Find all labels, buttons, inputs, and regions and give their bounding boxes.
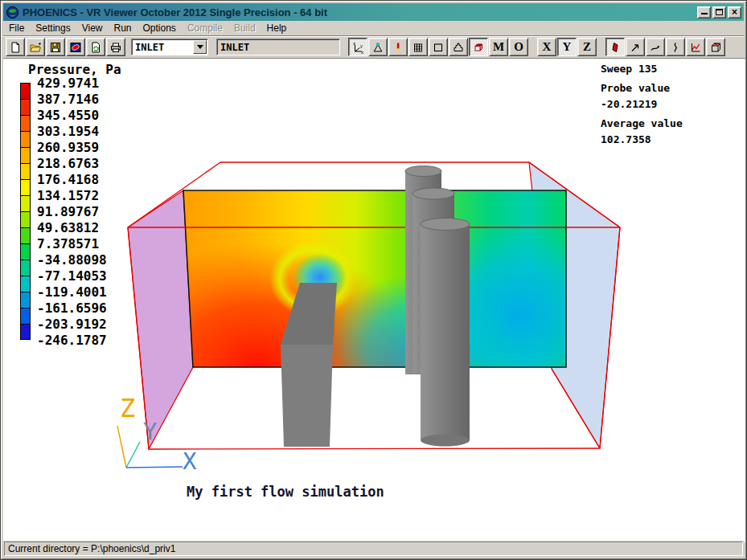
legend-value-3: 345.4550 [37, 108, 107, 124]
toolbar-button-view-along-x[interactable]: X [537, 38, 556, 56]
toolbar-button-new-file[interactable] [6, 38, 25, 56]
toolbar-button-print[interactable] [106, 38, 125, 56]
printer-icon [109, 41, 122, 54]
menu-compile: Compile [182, 22, 228, 35]
toolbar-button-graph[interactable] [686, 38, 705, 56]
sweep-counter: Sweep 135 [601, 61, 683, 77]
menu-options[interactable]: Options [137, 22, 182, 35]
cube-icon [709, 41, 722, 54]
legend-value-17: -246.1787 [37, 333, 107, 349]
toolbar-button-iso-surface[interactable] [666, 38, 685, 56]
toolbar-label-view-along-y: Y [563, 41, 572, 53]
svg-text:y: y [360, 43, 363, 48]
arrow-icon [629, 41, 642, 54]
colorbar-block-2 [20, 99, 31, 115]
statusbar: Current directory = P:\phoenics\d_priv1 [3, 541, 744, 557]
menubar: FileSettingsViewRunOptionsCompileBuildHe… [3, 22, 744, 35]
maximize-button[interactable] [712, 6, 726, 18]
grid-icon [412, 41, 425, 54]
toolbar-button-mouse-mode[interactable]: M [489, 38, 508, 56]
red-disc-icon [69, 41, 82, 54]
colorbar-block-7 [20, 179, 31, 195]
legend-value-10: 49.63812 [37, 220, 107, 236]
toolbar-button-wireframe-toggle[interactable] [429, 38, 448, 56]
slice-icon [609, 41, 622, 54]
legend-value-15: -161.6596 [37, 300, 107, 317]
minimize-icon [701, 9, 708, 14]
toolbar-button-save-file[interactable] [46, 38, 65, 56]
menu-view[interactable]: View [76, 22, 109, 35]
toolbar-button-open-file[interactable] [26, 38, 45, 56]
toolbar-button-axes-toggle[interactable]: zyx [348, 38, 367, 56]
legend-value-16: -203.9192 [37, 317, 107, 333]
close-button[interactable]: × [728, 6, 741, 18]
window-controls: × [697, 6, 741, 18]
left-inlet-wall[interactable] [128, 190, 193, 449]
axis-label-z: Z [120, 393, 135, 423]
graph-icon [689, 41, 702, 54]
colorbar-block-16 [20, 324, 31, 340]
iso-icon [669, 41, 682, 54]
toolbar-label-view-along-x: X [543, 41, 552, 53]
average-value: 102.7358 [601, 132, 683, 148]
view-button-groups: zyxMOXYZ [340, 38, 726, 56]
menu-run[interactable]: Run [109, 22, 137, 35]
object-selector-value: INLET [132, 42, 193, 53]
average-value-label: Average value [601, 116, 683, 132]
cone-icon [371, 41, 384, 54]
legend-value-4: 303.1954 [37, 124, 107, 140]
streamline-icon [649, 41, 662, 54]
toolbar-button-view-along-z[interactable]: Z [577, 38, 597, 56]
colorbar-block-12 [20, 260, 31, 276]
toolbar-button-streamlines[interactable] [646, 38, 665, 56]
toolbar-button-blockage-toggle[interactable] [449, 38, 468, 56]
legend-value-7: 176.4168 [37, 172, 107, 188]
toolbar-label-mouse-mode: M [493, 41, 504, 53]
phoenics-globe-icon [6, 6, 19, 19]
combo-dropdown-button[interactable] [193, 40, 207, 54]
toolbar-button-view-along-y[interactable]: Y [557, 38, 577, 56]
chevron-down-icon [197, 45, 203, 49]
colorbar-block-10 [20, 227, 31, 243]
menu-settings[interactable]: Settings [30, 22, 76, 35]
red-box-icon [472, 41, 485, 54]
colorbar-block-6 [20, 163, 31, 179]
viewport-canvas[interactable]: Z Y X Pressure, Pa 429.9741387.7146345.4… [3, 58, 745, 542]
toolbar-button-contour-slice[interactable] [605, 38, 625, 56]
toolbar-group-3 [605, 38, 726, 56]
legend-value-2: 387.7146 [37, 92, 107, 108]
minimize-button[interactable] [697, 6, 711, 18]
save-floppy-icon [49, 41, 62, 54]
toolbar-button-reload[interactable] [86, 38, 105, 56]
toolbar-button-object-view[interactable] [469, 38, 488, 56]
toolbar-button-probe-position[interactable] [388, 38, 408, 56]
axis-label-y: Y [143, 418, 157, 445]
titlebar[interactable]: PHOENICS - VR Viewer October 2012 Single… [3, 3, 744, 21]
legend-value-11: 7.378571 [37, 236, 107, 252]
colorbar-block-1 [20, 83, 31, 99]
toolbar-button-results-viewer[interactable] [66, 38, 85, 56]
toolbar-button-vectors[interactable] [626, 38, 645, 56]
cylinder-front[interactable] [421, 219, 470, 447]
menu-file[interactable]: File [3, 22, 30, 35]
scene-caption: My first flow simulation [187, 484, 384, 500]
legend-value-6: 218.6763 [37, 156, 107, 172]
window-title: PHOENICS - VR Viewer October 2012 Single… [23, 6, 697, 18]
toolbar-button-probe-cone[interactable] [368, 38, 388, 56]
phoenics-vr-viewer-window: PHOENICS - VR Viewer October 2012 Single… [0, 0, 747, 560]
refresh-icon [89, 41, 102, 54]
menu-help[interactable]: Help [261, 22, 293, 35]
colorbar-block-13 [20, 276, 31, 292]
object-selector-combo[interactable]: INLET [131, 39, 208, 55]
svg-text:x: x [361, 49, 363, 54]
menu-build: Build [228, 22, 261, 35]
toolbar-group-1: zyxMO [348, 38, 529, 56]
toolbar-button-mesh-toggle[interactable] [408, 38, 428, 56]
file-button-group [6, 38, 126, 56]
legend-value-13: -77.14053 [37, 268, 107, 284]
object-name-input[interactable] [216, 39, 340, 55]
colorbar-block-8 [20, 195, 31, 211]
toolbar-button-object-mode[interactable]: O [509, 38, 528, 56]
probe-marker-icon [392, 41, 404, 54]
toolbar-button-domain-cube[interactable] [706, 38, 725, 56]
